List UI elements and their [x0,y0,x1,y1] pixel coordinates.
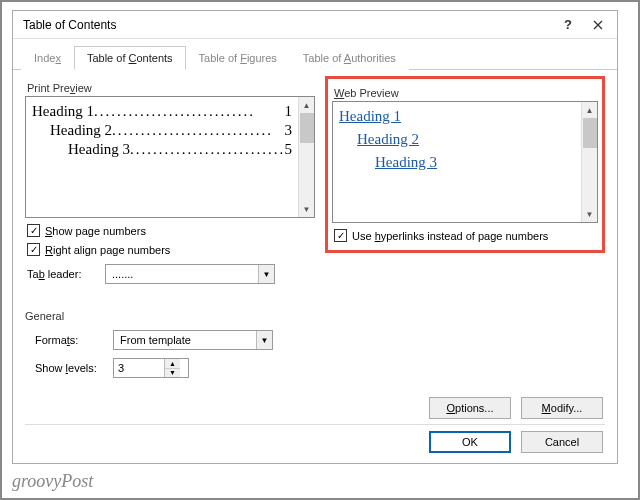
scroll-thumb[interactable] [583,118,597,148]
checkbox-checked-icon[interactable]: ✓ [27,243,40,256]
spinner-up-icon[interactable]: ▲ [165,359,180,369]
scroll-down-icon[interactable]: ▼ [299,201,314,217]
close-button[interactable] [583,14,613,36]
use-hyperlinks-label: Use hyperlinks instead of page numbers [352,230,548,242]
toc-leader: ............................ [112,122,282,139]
scroll-down-icon[interactable]: ▼ [582,206,597,222]
right-align-label: Right align page numbers [45,244,170,256]
formats-label: Formats: [35,334,105,346]
show-page-numbers-row[interactable]: ✓ Show page numbers [27,224,315,237]
spinner-down-icon[interactable]: ▼ [165,369,180,378]
print-preview-content: Heading 1............................1 H… [26,97,298,217]
highlight-box: Web Preview Heading 1 Heading 2 Heading … [325,76,605,253]
show-levels-spinner[interactable]: ▲ ▼ [113,358,189,378]
web-preview-content: Heading 1 Heading 2 Heading 3 [333,102,581,222]
web-preview-label: Web Preview [334,87,598,99]
dialog-body: Print Preview Heading 1.................… [13,70,617,463]
toc-entry: Heading 2 [50,122,112,139]
web-link[interactable]: Heading 2 [339,131,575,148]
options-button[interactable]: Options... [429,397,511,419]
web-link[interactable]: Heading 1 [339,108,575,125]
separator [25,424,605,425]
general-section: General Formats: From template ▼ Show le… [25,310,315,378]
checkbox-checked-icon[interactable]: ✓ [334,229,347,242]
print-preview-box: Heading 1............................1 H… [25,96,315,218]
tab-figures[interactable]: Table of Figures [186,46,290,70]
formats-value: From template [114,334,256,346]
watermark: groovyPost [12,471,93,492]
toc-dialog: Table of Contents ? Index Table of Conte… [12,10,618,464]
right-align-row[interactable]: ✓ Right align page numbers [27,243,315,256]
tab-strip: Index Table of Contents Table of Figures… [13,39,617,70]
scrollbar[interactable]: ▲ ▼ [581,102,597,222]
scroll-thumb[interactable] [300,113,314,143]
use-hyperlinks-row[interactable]: ✓ Use hyperlinks instead of page numbers [334,229,598,242]
web-preview-section: Web Preview Heading 1 Heading 2 Heading … [325,78,605,378]
scrollbar[interactable]: ▲ ▼ [298,97,314,217]
tab-leader-select[interactable]: ....... ▼ [105,264,275,284]
cancel-button[interactable]: Cancel [521,431,603,453]
print-preview-section: Print Preview Heading 1.................… [25,78,315,378]
titlebar: Table of Contents ? [13,11,617,39]
tab-leader-value: ....... [106,268,258,280]
scroll-up-icon[interactable]: ▲ [582,102,597,118]
tab-leader-label: Tab leader: [27,268,97,280]
tab-index[interactable]: Index [21,46,74,70]
toc-leader: ............................ [94,103,282,120]
tab-authorities[interactable]: Table of Authorities [290,46,409,70]
modify-button[interactable]: Modify... [521,397,603,419]
print-preview-label: Print Preview [27,82,315,94]
help-button[interactable]: ? [553,14,583,36]
web-preview-box: Heading 1 Heading 2 Heading 3 ▲ ▼ [332,101,598,223]
chevron-down-icon[interactable]: ▼ [256,331,272,349]
show-levels-label: Show levels: [35,362,105,374]
tab-leader-row: Tab leader: ....... ▼ [27,264,315,284]
toc-page: 5 [283,141,293,158]
toc-leader: ............................ [130,141,282,158]
formats-select[interactable]: From template ▼ [113,330,273,350]
toc-page: 1 [283,103,293,120]
bottom-buttons: OK Cancel [429,431,603,453]
dialog-title: Table of Contents [23,18,553,32]
scroll-up-icon[interactable]: ▲ [299,97,314,113]
ok-button[interactable]: OK [429,431,511,453]
chevron-down-icon[interactable]: ▼ [258,265,274,283]
show-page-numbers-label: Show page numbers [45,225,146,237]
general-label: General [25,310,315,322]
tab-toc[interactable]: Table of Contents [74,46,186,70]
checkbox-checked-icon[interactable]: ✓ [27,224,40,237]
toc-page: 3 [283,122,293,139]
toc-entry: Heading 1 [32,103,94,120]
toc-entry: Heading 3 [68,141,130,158]
show-levels-input[interactable] [114,359,164,377]
mid-buttons: Options... Modify... [429,397,603,419]
web-link[interactable]: Heading 3 [339,154,575,171]
